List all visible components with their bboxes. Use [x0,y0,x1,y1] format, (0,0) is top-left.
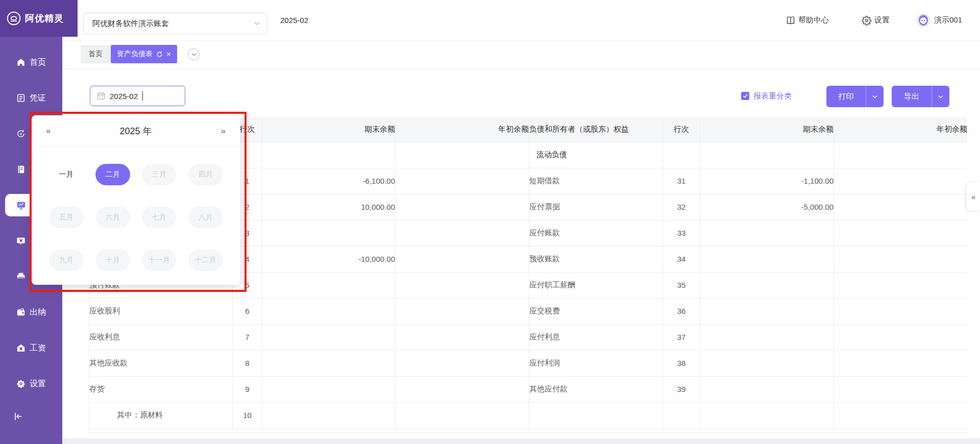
amount-cell [396,428,529,430]
export-dropdown-arrow[interactable] [932,86,949,107]
table-row: 其中：原材料10 [89,402,968,428]
print-button[interactable]: 打印 [826,86,884,107]
item-name-cell: 短期借款 [529,168,663,194]
chevron-down-icon [191,53,197,56]
amount-cell[interactable]: -6,100.00 [262,168,396,194]
svg-text:¥: ¥ [19,347,22,351]
reclassify-label: 报表重分类 [753,91,792,101]
amount-cell [700,350,834,376]
export-button-label[interactable]: 导出 [892,86,932,107]
row-number-cell: 39 [663,376,700,402]
right-panel-toggle[interactable]: « [967,183,980,210]
item-name-cell: 应付利润 [529,350,663,376]
sidebar-item-payroll[interactable]: ¥ 工资 [0,338,62,358]
amount-cell [834,428,968,430]
tab-list-dropdown[interactable] [188,48,200,60]
row-number-cell: 33 [663,220,700,246]
next-year-button[interactable]: » [221,126,226,136]
row-number-cell: 36 [663,298,700,324]
amount-cell [834,402,968,428]
export-button[interactable]: 导出 [892,86,949,107]
row-number-cell: 37 [663,324,700,350]
item-name-cell [89,428,233,430]
avatar [916,13,930,28]
amount-cell [834,220,968,246]
prev-year-button[interactable]: « [46,126,51,136]
amount-cell [396,220,529,246]
header-row-no-right: 行次 [663,117,700,142]
amount-cell [700,246,834,272]
sidebar-item-cashier[interactable]: 出纳 [0,302,62,323]
cashier-icon [16,308,26,317]
row-number-cell: 7 [233,324,262,350]
amount-cell[interactable]: -10,000.00 [262,246,396,272]
svg-text:¥: ¥ [20,132,22,136]
amount-cell [396,402,529,428]
table-row: 应收股利6应交税费36 [89,298,968,324]
amount-cell [396,298,529,324]
amount-cell[interactable]: -5,000.00 [700,194,834,220]
row-number-cell: 32 [663,194,700,220]
amount-cell [834,324,968,350]
item-name-cell: 应付利息 [529,324,663,350]
amount-cell [834,142,968,168]
close-icon[interactable]: × [166,50,171,58]
table-bottom-divider [89,432,967,433]
refresh-icon[interactable] [156,51,163,58]
row-number-cell: 6 [233,298,262,324]
amount-cell [262,298,396,324]
checkbox-checked-icon[interactable] [741,92,749,100]
sidebar-item-voucher[interactable]: 凭证 [0,88,62,108]
amount-cell [396,376,529,402]
amount-cell [700,298,834,324]
amount-cell[interactable]: 10,000.00 [262,194,396,220]
app-logo-text: 阿优精灵 [25,12,64,24]
sidebar-collapse-button[interactable] [13,411,23,424]
month-cell: 五月 [49,207,84,228]
sidebar-item-label: 出纳 [30,307,46,318]
month-cell: 九月 [49,250,84,271]
header-beginning-right: 年初余额 [834,117,968,142]
print-dropdown-arrow[interactable] [866,86,884,107]
header-ending-left: 期末余额 [262,117,396,142]
amount-cell [396,168,529,194]
item-name-cell: 其中：原材料 [89,402,233,428]
tab-balance-sheet-label: 资产负债表 [117,50,153,59]
header-liability: 负债和所有者（或股东）权益 [529,117,663,142]
row-number-cell: 10 [233,402,262,428]
sidebar-item-label: 设置 [30,379,46,389]
sidebar-item-home[interactable]: 首页 [0,52,62,72]
item-name-cell: 应收利息 [89,324,233,350]
row-number-cell [663,428,700,430]
period-date-input[interactable]: 2025-02 [90,86,185,106]
item-name-cell: 应付票据 [529,194,663,220]
month-cell: 四月 [188,164,223,185]
month-cell[interactable]: 二月 [95,164,130,185]
tab-home-label: 首页 [88,50,103,59]
account-set-select[interactable]: 阿优财务软件演示账套 [83,13,267,34]
tab-home[interactable]: 首页 [81,45,110,63]
amount-cell [834,272,968,298]
row-number-cell [663,402,700,428]
print-button-label[interactable]: 打印 [826,86,866,107]
table-row: 应收利息7应付利息37 [89,324,968,350]
reclassify-checkbox[interactable]: 报表重分类 [741,86,792,106]
tabbar: 首页 资产负债表 × [62,41,980,69]
help-center-button[interactable]: 帮助中心 [786,0,829,40]
amount-cell [700,220,834,246]
invoice-icon [16,272,26,281]
amount-cell[interactable]: -1,100.00 [700,168,834,194]
amount-cell [262,350,396,376]
settings-button[interactable]: 设置 [862,0,890,40]
amount-cell [396,350,529,376]
row-number-cell [663,142,700,168]
row-number-cell: 9 [233,376,262,402]
header-beginning-left: 年初余额 [396,117,529,142]
tab-balance-sheet[interactable]: 资产负债表 × [111,45,177,63]
sidebar-item-settings[interactable]: 设置 [0,374,62,394]
app-logo: 阿优精灵 [0,0,78,37]
ledger-icon [16,165,26,174]
month-cell[interactable]: 一月 [49,164,84,185]
user-menu[interactable]: 演示001 [916,0,962,40]
table-row: 存货9其他应付款39 [89,376,968,402]
